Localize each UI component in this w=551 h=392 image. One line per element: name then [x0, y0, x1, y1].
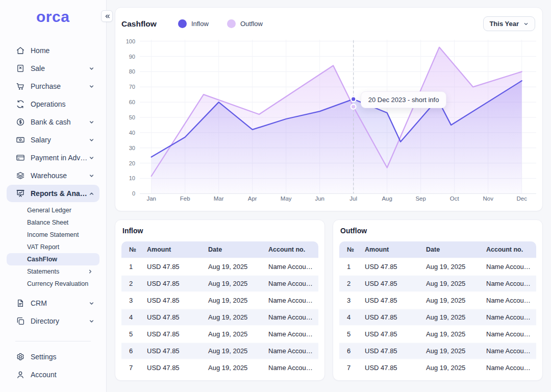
sidebar-subitem-general-ledger[interactable]: General Ledger — [7, 204, 99, 216]
sidebar-item-sale[interactable]: Sale — [7, 60, 99, 77]
x-tick-label: Nov — [483, 195, 493, 202]
sidebar-collapse-button[interactable] — [101, 10, 113, 22]
sidebar-item-account[interactable]: Account — [7, 366, 99, 383]
table-cell: Aug 19, 2025 — [204, 275, 264, 291]
salary-icon — [16, 135, 25, 144]
table-cell: USD 47.85 — [143, 308, 204, 325]
table-cell: Aug 19, 2025 — [422, 258, 482, 275]
sidebar-item-settings[interactable]: Settings — [7, 348, 99, 365]
column-header-amount: Amount — [361, 241, 422, 258]
column-header-amount: Amount — [143, 241, 204, 258]
table-row[interactable]: 1USD 47.85Aug 19, 2025Name Accoun... — [121, 258, 318, 275]
table-cell: USD 47.85 — [361, 275, 422, 291]
sidebar-item-purchase[interactable]: Purchase — [7, 78, 99, 95]
cashflow-card: Cashflow InflowOutflow This Year 0102030… — [115, 7, 543, 211]
cursor-dot-inflow — [351, 96, 356, 102]
sidebar-item-directory[interactable]: Directory — [7, 312, 99, 330]
chevron-down-icon — [88, 173, 95, 179]
sidebar-item-label: Sale — [31, 64, 88, 72]
table-row[interactable]: 6USD 47.85Aug 19, 2025Name Accoun... — [339, 342, 536, 359]
sidebar-subitem-statements[interactable]: Statements — [7, 265, 99, 278]
table-row[interactable]: 5USD 47.85Aug 19, 2025Name Accoun... — [339, 325, 536, 342]
inflow-table: №AmountDateAccount no.1USD 47.85Aug 19, … — [121, 241, 318, 376]
column-header-: № — [121, 241, 143, 258]
column-header-account-no: Account no. — [264, 241, 318, 258]
x-tick-label: May — [281, 195, 292, 202]
x-tick-label: Aug — [382, 195, 392, 202]
warehouse-icon — [16, 171, 25, 180]
table-row[interactable]: 7USD 47.85Aug 19, 2025Name Accoun... — [339, 359, 536, 376]
chevron-down-icon — [88, 137, 95, 143]
sidebar-subitem-vat-report[interactable]: VAT Report — [7, 241, 99, 253]
sidebar-item-home[interactable]: Home — [7, 42, 99, 59]
table-cell: USD 47.85 — [361, 291, 422, 308]
main-content: Cashflow InflowOutflow This Year 0102030… — [107, 0, 551, 392]
sidebar-subitem-balance-sheet[interactable]: Balance Sheet — [7, 216, 99, 229]
table-row[interactable]: 4USD 47.85Aug 19, 2025Name Accoun... — [339, 308, 536, 325]
table-row[interactable]: 2USD 47.85Aug 19, 2025Name Accoun... — [121, 275, 318, 291]
sidebar-subitem-currency-revaluation[interactable]: Currency Revaluation — [7, 278, 99, 290]
sidebar-subitem-income-statement[interactable]: Income Statement — [7, 229, 99, 241]
cashflow-chart[interactable]: 0102030405060708090100JanFebMarAprMayJun… — [121, 33, 537, 203]
double-chevron-left-icon — [104, 13, 111, 20]
outflow-table: №AmountDateAccount no.1USD 47.85Aug 19, … — [339, 241, 536, 376]
sidebar-subitem-cashflow[interactable]: CashFlow — [7, 253, 99, 265]
reports-icon — [16, 189, 25, 198]
sidebar-item-reports-analytics[interactable]: Reports & Analytics — [7, 185, 99, 202]
table-cell: Aug 19, 2025 — [422, 291, 482, 308]
chevron-down-icon — [88, 300, 95, 307]
sidebar-item-salary[interactable]: Salary — [7, 131, 99, 149]
app-logo: orca — [0, 8, 106, 26]
table-cell: 3 — [339, 291, 361, 308]
inflow-table-card: Inflow №AmountDateAccount no.1USD 47.85A… — [115, 219, 325, 381]
account-icon — [16, 370, 25, 379]
table-cell: Name Accoun... — [482, 308, 536, 325]
sidebar-subitem-label: VAT Report — [27, 243, 59, 251]
table-cell: Name Accoun... — [482, 291, 536, 308]
table-row[interactable]: 3USD 47.85Aug 19, 2025Name Accoun... — [339, 291, 536, 308]
table-cell: Name Accoun... — [482, 359, 536, 376]
table-cell: Name Accoun... — [264, 325, 318, 342]
range-selector[interactable]: This Year — [483, 16, 535, 31]
column-header-date: Date — [422, 241, 482, 258]
chart-header: Cashflow InflowOutflow This Year — [115, 8, 542, 33]
table-row[interactable]: 1USD 47.85Aug 19, 2025Name Accoun... — [339, 258, 536, 275]
table-cell: Name Accoun... — [482, 342, 536, 359]
table-row[interactable]: 4USD 47.85Aug 19, 2025Name Accoun... — [121, 308, 318, 325]
x-tick-label: Apr — [248, 195, 257, 202]
chevron-down-icon — [88, 155, 95, 161]
sidebar-item-label: CRM — [31, 299, 88, 307]
sidebar-item-crm[interactable]: CRM — [7, 295, 99, 312]
table-cell: USD 47.85 — [143, 291, 204, 308]
sidebar-item-operations[interactable]: Operations — [7, 95, 99, 113]
table-row[interactable]: 6USD 47.85Aug 19, 2025Name Accoun... — [121, 342, 318, 359]
sidebar-item-bank-cash[interactable]: Bank & cash — [7, 113, 99, 131]
inflow-legend-dot — [178, 19, 187, 28]
table-cell: Aug 19, 2025 — [422, 342, 482, 359]
chevron-down-icon — [88, 83, 95, 90]
outflow-area — [152, 47, 522, 194]
range-selector-label: This Year — [489, 20, 519, 28]
table-row[interactable]: 3USD 47.85Aug 19, 2025Name Accoun... — [121, 291, 318, 308]
chevron-down-icon — [88, 318, 95, 325]
bank-cash-icon — [16, 117, 25, 127]
payment-advance-icon — [16, 153, 25, 162]
y-tick-label: 60 — [129, 99, 135, 105]
sidebar-item-warehouse[interactable]: Warehouse — [7, 167, 99, 184]
table-cell: USD 47.85 — [361, 258, 422, 275]
table-cell: USD 47.85 — [361, 342, 422, 359]
cursor-dot-outflow — [351, 104, 356, 109]
inflow-table: №AmountDateAccount no.1USD 47.85Aug 19, … — [121, 241, 318, 376]
table-row[interactable]: 2USD 47.85Aug 19, 2025Name Accoun... — [339, 275, 536, 291]
inflow-table-title: Inflow — [122, 227, 318, 235]
table-cell: 1 — [339, 258, 361, 275]
legend-label: Outflow — [240, 20, 263, 28]
table-row[interactable]: 5USD 47.85Aug 19, 2025Name Accoun... — [121, 325, 318, 342]
outflow-table-card: Outflow №AmountDateAccount no.1USD 47.85… — [333, 219, 543, 381]
table-cell: Aug 19, 2025 — [204, 258, 264, 275]
outflow-legend-dot — [227, 19, 236, 28]
x-tick-label: Oct — [450, 195, 460, 202]
sidebar-item-payment-in-advance[interactable]: Payment in Advance — [7, 149, 99, 166]
table-cell: USD 47.85 — [143, 275, 204, 291]
table-row[interactable]: 7USD 47.85Aug 19, 2025Name Accoun... — [121, 359, 318, 376]
